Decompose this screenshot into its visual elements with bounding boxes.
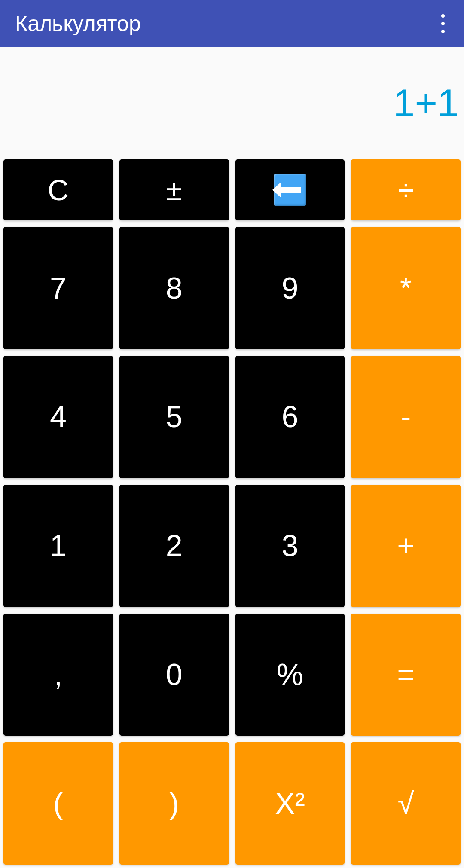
calculator-display: 1+1 bbox=[0, 47, 464, 159]
five-button[interactable]: 5 bbox=[119, 356, 229, 478]
menu-dot-icon bbox=[441, 22, 445, 25]
app-header: Калькулятор bbox=[0, 0, 464, 47]
keypad: C ± ÷ 7 8 9 * 4 5 6 - 1 2 3 + , 0 % = ( … bbox=[0, 159, 464, 868]
arrow-left-icon bbox=[279, 187, 301, 193]
sqrt-button[interactable]: √ bbox=[351, 742, 461, 865]
seven-button[interactable]: 7 bbox=[3, 227, 113, 349]
menu-dot-icon bbox=[441, 30, 445, 33]
nine-button[interactable]: 9 bbox=[235, 227, 345, 349]
eight-button[interactable]: 8 bbox=[119, 227, 229, 349]
subtract-button[interactable]: - bbox=[351, 356, 461, 478]
zero-button[interactable]: 0 bbox=[119, 614, 229, 736]
clear-button[interactable]: C bbox=[3, 159, 113, 220]
app-title: Калькулятор bbox=[15, 11, 141, 36]
plus-minus-button[interactable]: ± bbox=[119, 159, 229, 220]
add-button[interactable]: + bbox=[351, 485, 461, 607]
one-button[interactable]: 1 bbox=[3, 485, 113, 607]
overflow-menu-button[interactable] bbox=[437, 10, 449, 37]
multiply-button[interactable]: * bbox=[351, 227, 461, 349]
square-button[interactable]: X² bbox=[235, 742, 345, 865]
divide-button[interactable]: ÷ bbox=[351, 159, 461, 220]
backspace-button[interactable] bbox=[235, 159, 345, 220]
backspace-icon bbox=[274, 174, 306, 206]
comma-button[interactable]: , bbox=[3, 614, 113, 736]
expression-text: 1+1 bbox=[393, 81, 459, 125]
right-paren-button[interactable]: ) bbox=[119, 742, 229, 865]
three-button[interactable]: 3 bbox=[235, 485, 345, 607]
four-button[interactable]: 4 bbox=[3, 356, 113, 478]
equals-button[interactable]: = bbox=[351, 614, 461, 736]
left-paren-button[interactable]: ( bbox=[3, 742, 113, 865]
two-button[interactable]: 2 bbox=[119, 485, 229, 607]
six-button[interactable]: 6 bbox=[235, 356, 345, 478]
menu-dot-icon bbox=[441, 14, 445, 18]
percent-button[interactable]: % bbox=[235, 614, 345, 736]
